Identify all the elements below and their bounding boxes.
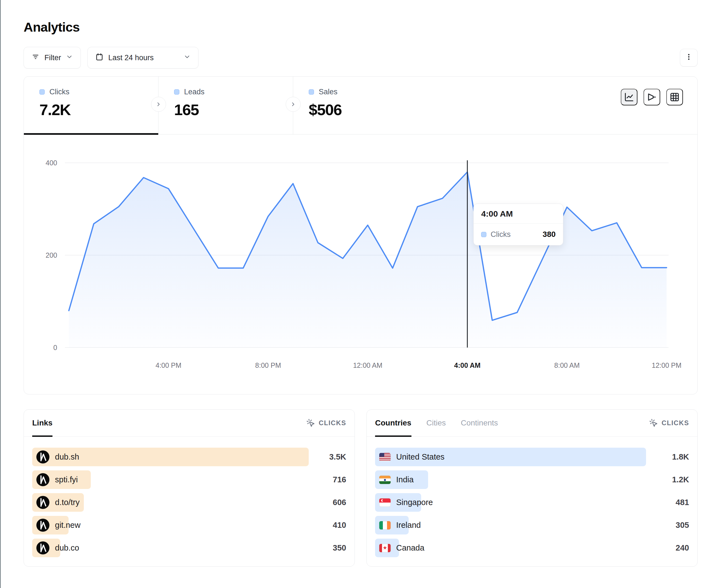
link-clicks-value: 606 bbox=[311, 498, 346, 507]
country-flag-icon bbox=[379, 521, 391, 529]
svg-text:8:00 PM: 8:00 PM bbox=[255, 361, 281, 369]
stat-tab-clicks[interactable]: Clicks 7.2K bbox=[24, 76, 158, 134]
dub-logo-icon bbox=[36, 473, 49, 486]
country-row[interactable]: United States 1.8K bbox=[375, 448, 689, 466]
tooltip-time: 4:00 AM bbox=[474, 204, 563, 224]
link-bar-zone: d.to/try bbox=[32, 493, 311, 512]
page-title: Analytics bbox=[24, 0, 698, 35]
svg-text:4:00 PM: 4:00 PM bbox=[155, 361, 181, 369]
dub-logo-icon bbox=[36, 519, 49, 532]
funnel-chart-icon bbox=[647, 92, 657, 102]
country-clicks-value: 305 bbox=[654, 521, 689, 530]
tab-links[interactable]: Links bbox=[32, 410, 52, 436]
country-row[interactable]: India 1.2K bbox=[375, 470, 689, 489]
link-row[interactable]: git.new 410 bbox=[32, 516, 346, 535]
active-tab-underline bbox=[32, 435, 52, 437]
line-chart-toggle-button[interactable] bbox=[621, 89, 638, 106]
date-range-label: Last 24 hours bbox=[108, 53, 154, 62]
tooltip-legend-square-icon bbox=[481, 232, 487, 237]
cursor-click-icon bbox=[306, 419, 315, 427]
tooltip-value: 380 bbox=[543, 230, 556, 239]
svg-text:8:00 AM: 8:00 AM bbox=[554, 361, 580, 369]
link-row[interactable]: d.to/try 606 bbox=[32, 493, 346, 512]
tab-label: Cities bbox=[427, 419, 446, 427]
country-label: United States bbox=[396, 452, 445, 461]
link-row[interactable]: dub.sh 3.5K bbox=[32, 448, 346, 466]
stat-tab-value: 7.2K bbox=[39, 101, 158, 119]
stat-tab-value: 165 bbox=[174, 101, 293, 119]
tab-cities[interactable]: Cities bbox=[427, 410, 446, 436]
svg-text:12:00 PM: 12:00 PM bbox=[652, 361, 681, 369]
analytics-chart-card: Clicks 7.2K Leads 165 bbox=[24, 76, 698, 394]
stat-tab-sales[interactable]: Sales $506 bbox=[293, 76, 428, 134]
filter-button[interactable]: Filter bbox=[24, 47, 81, 68]
table-grid-icon bbox=[670, 92, 680, 102]
chart-type-switcher bbox=[621, 89, 683, 106]
tab-continents[interactable]: Continents bbox=[461, 410, 498, 436]
country-clicks-value: 481 bbox=[654, 498, 689, 507]
svg-text:400: 400 bbox=[45, 159, 57, 167]
tab-label: Links bbox=[32, 419, 52, 427]
country-flag-icon bbox=[379, 544, 391, 552]
area-chart-canvas: 02004004:00 PM8:00 PM12:00 AM4:00 AM8:00… bbox=[24, 135, 697, 393]
link-bar-zone: dub.sh bbox=[32, 448, 311, 466]
link-clicks-value: 716 bbox=[311, 475, 346, 484]
country-clicks-value: 240 bbox=[654, 543, 689, 552]
link-bar-zone: git.new bbox=[32, 516, 311, 535]
svg-text:4:00 AM: 4:00 AM bbox=[454, 361, 480, 369]
country-row[interactable]: Singapore 481 bbox=[375, 493, 689, 512]
kebab-icon bbox=[685, 53, 693, 63]
countries-panel: Countries Cities Continents CLICKS bbox=[366, 409, 698, 567]
stat-tab-label: Clicks bbox=[49, 88, 69, 96]
country-row[interactable]: Ireland 305 bbox=[375, 516, 689, 535]
table-view-toggle-button[interactable] bbox=[666, 89, 683, 106]
link-row[interactable]: spti.fyi 716 bbox=[32, 470, 346, 489]
analytics-page: Analytics Filter Last 24 hours bbox=[24, 0, 698, 567]
breakdown-panels: Links CLICKS dub.sh bbox=[24, 409, 698, 567]
country-bar-zone: Ireland bbox=[375, 516, 654, 535]
clicks-legend-square-icon bbox=[39, 89, 45, 95]
country-bar-zone: India bbox=[375, 470, 654, 489]
country-row[interactable]: Canada 240 bbox=[375, 539, 689, 557]
link-label: spti.fyi bbox=[55, 475, 78, 484]
tab-label: Countries bbox=[375, 419, 411, 427]
country-bar-zone: United States bbox=[375, 448, 654, 466]
leads-legend-square-icon bbox=[174, 89, 179, 95]
country-bar-zone: Canada bbox=[375, 539, 654, 557]
filter-button-label: Filter bbox=[44, 53, 61, 62]
stats-tabs-row: Clicks 7.2K Leads 165 bbox=[24, 76, 697, 135]
stat-tab-label: Leads bbox=[184, 88, 204, 96]
links-list: dub.sh 3.5K spti.fyi 716 bbox=[24, 436, 354, 557]
tab-countries[interactable]: Countries bbox=[375, 410, 411, 436]
countries-list: United States 1.8K India 1.2K Singapore … bbox=[367, 436, 697, 557]
country-clicks-value: 1.8K bbox=[654, 452, 689, 461]
country-clicks-value: 1.2K bbox=[654, 475, 689, 484]
link-row[interactable]: dub.co 350 bbox=[32, 539, 346, 557]
link-clicks-value: 3.5K bbox=[311, 452, 346, 461]
active-tab-underline bbox=[375, 435, 411, 437]
links-metric-selector[interactable]: CLICKS bbox=[306, 419, 346, 427]
screen-edge-line bbox=[0, 0, 1, 588]
country-flag-icon bbox=[379, 453, 391, 461]
country-flag-icon bbox=[379, 498, 391, 507]
sales-legend-square-icon bbox=[309, 89, 314, 95]
link-clicks-value: 350 bbox=[311, 543, 346, 552]
clicks-time-series-chart[interactable]: 02004004:00 PM8:00 PM12:00 AM4:00 AM8:00… bbox=[24, 135, 697, 393]
links-panel: Links CLICKS dub.sh bbox=[24, 409, 355, 567]
cursor-click-icon bbox=[649, 419, 658, 427]
link-label: git.new bbox=[55, 521, 81, 530]
filter-icon bbox=[31, 53, 40, 63]
country-flag-icon bbox=[379, 476, 391, 484]
link-label: d.to/try bbox=[55, 498, 80, 507]
countries-metric-selector[interactable]: CLICKS bbox=[649, 419, 689, 427]
countries-panel-header: Countries Cities Continents CLICKS bbox=[367, 410, 697, 436]
country-label: Ireland bbox=[396, 521, 421, 530]
funnel-chart-toggle-button[interactable] bbox=[644, 89, 660, 106]
date-range-button[interactable]: Last 24 hours bbox=[87, 47, 198, 68]
more-menu-button[interactable] bbox=[680, 49, 698, 67]
tab-label: Continents bbox=[461, 419, 498, 427]
stat-tab-value: $506 bbox=[309, 101, 428, 119]
link-bar-zone: dub.co bbox=[32, 539, 311, 557]
stat-tab-label: Sales bbox=[319, 88, 338, 96]
stat-tab-leads[interactable]: Leads 165 bbox=[158, 76, 293, 134]
